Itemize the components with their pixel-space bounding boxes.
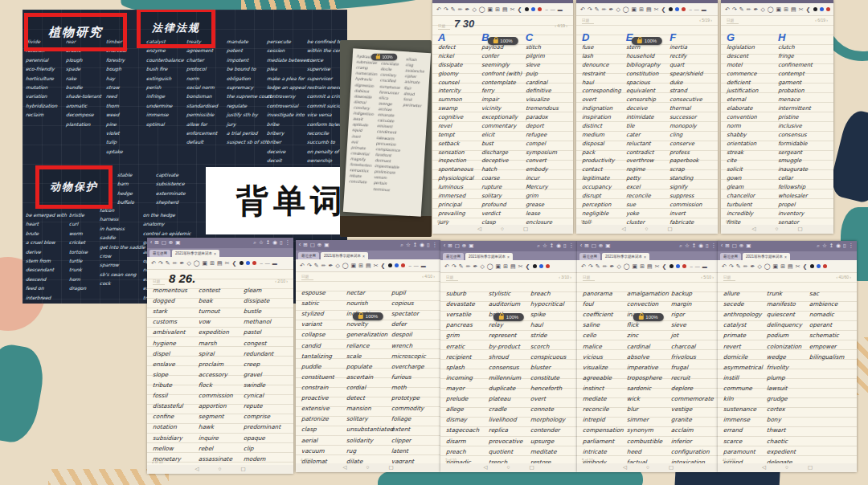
- thumbnails-icon[interactable]: ▣: [175, 240, 180, 246]
- export-icon[interactable]: ↥: [829, 243, 833, 249]
- close-icon[interactable]: ×: [784, 255, 787, 259]
- stroke-medium-icon[interactable]: —: [695, 264, 700, 269]
- laser-icon[interactable]: ❮: [232, 260, 237, 266]
- nav-home-icon[interactable]: ○: [218, 467, 221, 472]
- color-black-dot[interactable]: [813, 7, 817, 11]
- highlighter-icon[interactable]: ✏: [743, 263, 748, 269]
- tab-inactive[interactable]: 最近使用: [579, 253, 600, 260]
- highlighter-icon[interactable]: ✏: [747, 6, 751, 12]
- color-blue-dot[interactable]: [817, 264, 821, 268]
- lasso-icon[interactable]: ◯: [194, 260, 200, 266]
- card-icon[interactable]: ▤: [502, 6, 508, 12]
- card-icon[interactable]: ▤: [646, 6, 652, 12]
- stroke-medium-icon[interactable]: —: [694, 7, 699, 12]
- page-indicator[interactable]: ‹ 5/10 ›: [701, 275, 714, 279]
- search-icon[interactable]: ⌕: [817, 243, 820, 249]
- lasso-icon[interactable]: ◯: [479, 6, 485, 12]
- tab-active[interactable]: 2021届秋季学期单词本×: [602, 253, 649, 260]
- stroke-thick-icon[interactable]: ▬: [702, 7, 706, 12]
- close-icon[interactable]: ×: [362, 254, 365, 259]
- close-icon[interactable]: ×: [507, 255, 510, 259]
- sync-icon[interactable]: ◉: [272, 240, 277, 246]
- nav-back-icon[interactable]: ◁: [751, 226, 755, 232]
- undo-icon[interactable]: ↶: [151, 260, 156, 266]
- sync-icon[interactable]: ◉: [556, 243, 561, 249]
- fountain-pen-icon[interactable]: ✒: [329, 263, 334, 268]
- pages-icon[interactable]: ▢: [162, 240, 166, 246]
- color-black-dot[interactable]: [525, 7, 529, 11]
- fountain-pen-icon[interactable]: ✒: [610, 263, 615, 269]
- tab-active[interactable]: 2021届秋季学期单词本×: [321, 252, 368, 259]
- lasso-icon[interactable]: ◯: [342, 263, 349, 268]
- highlighter-icon[interactable]: ✏: [602, 6, 607, 12]
- tab-inactive[interactable]: 最近使用: [149, 250, 170, 257]
- more-icon[interactable]: ⋮: [432, 243, 438, 248]
- nav-back-icon[interactable]: ◁: [623, 465, 627, 471]
- pen-icon[interactable]: ✎: [595, 6, 600, 12]
- thumbnails-icon[interactable]: ▣: [746, 243, 751, 249]
- nav-recent-icon[interactable]: ▢: [388, 465, 393, 471]
- stroke-thick-icon[interactable]: ▬: [272, 261, 277, 266]
- laser-icon[interactable]: ❮: [381, 263, 386, 268]
- tab-active[interactable]: 2021届秋季学期单词本×: [465, 253, 513, 260]
- nav-back-icon[interactable]: ◁: [621, 226, 625, 232]
- battery-icon[interactable]: ▯: [843, 243, 846, 249]
- color-blue-dot[interactable]: [676, 264, 680, 268]
- lasso-icon[interactable]: ◯: [624, 263, 630, 269]
- image-icon[interactable]: ▣: [496, 263, 502, 269]
- star-icon[interactable]: ☆: [542, 243, 547, 249]
- table-icon[interactable]: ⊞: [780, 263, 785, 269]
- stroke-thick-icon[interactable]: ▬: [421, 263, 426, 268]
- pages-icon[interactable]: ▢: [592, 243, 596, 249]
- redo-icon[interactable]: ↷: [729, 263, 734, 269]
- laser-icon[interactable]: ❮: [662, 263, 667, 269]
- search-icon[interactable]: ⌕: [537, 243, 540, 249]
- undo-icon[interactable]: ↶: [581, 263, 586, 269]
- image-icon[interactable]: ▣: [203, 260, 208, 266]
- scissors-icon[interactable]: ✂: [796, 263, 800, 269]
- page-indicator[interactable]: ‹ 3/10 ›: [559, 275, 571, 279]
- pen-icon[interactable]: ✎: [314, 263, 319, 268]
- redo-icon[interactable]: ↷: [732, 6, 737, 12]
- back-icon[interactable]: ‹: [150, 240, 152, 246]
- nav-back-icon[interactable]: ◁: [762, 465, 766, 471]
- stroke-thin-icon[interactable]: –: [260, 261, 262, 266]
- pages-icon[interactable]: ▢: [455, 243, 460, 249]
- color-red-dot[interactable]: [546, 264, 550, 268]
- nav-home-icon[interactable]: ○: [645, 226, 648, 232]
- color-red-dot[interactable]: [682, 264, 686, 268]
- redo-icon[interactable]: ↷: [588, 263, 593, 269]
- more-icon[interactable]: ⋮: [569, 243, 575, 249]
- color-red-dot[interactable]: [538, 7, 542, 11]
- highlighter-icon[interactable]: ✏: [603, 263, 608, 269]
- color-red-dot[interactable]: [823, 264, 827, 268]
- pen-icon[interactable]: ✎: [459, 263, 464, 269]
- laser-icon[interactable]: ❮: [518, 6, 522, 12]
- page-indicator[interactable]: ‹ 5/19 ›: [699, 18, 712, 22]
- highlighter-icon[interactable]: ✏: [466, 263, 471, 269]
- undo-icon[interactable]: ↶: [725, 6, 730, 12]
- stroke-medium-icon[interactable]: —: [551, 7, 555, 12]
- add-page-icon[interactable]: ⊕: [739, 243, 743, 249]
- scissors-icon[interactable]: ✂: [510, 6, 515, 12]
- table-icon[interactable]: ⊞: [784, 6, 788, 12]
- stroke-thin-icon[interactable]: –: [689, 7, 691, 12]
- star-icon[interactable]: ☆: [259, 240, 264, 246]
- lasso-icon[interactable]: ◯: [768, 6, 774, 12]
- nav-home-icon[interactable]: ○: [366, 465, 369, 471]
- eraser-icon[interactable]: ◇: [757, 263, 761, 269]
- image-icon[interactable]: ▣: [633, 263, 638, 269]
- more-icon[interactable]: ⋮: [711, 243, 717, 249]
- card-icon[interactable]: ▤: [788, 263, 793, 269]
- grid-icon[interactable]: ⊞: [303, 243, 307, 248]
- sync-icon[interactable]: ◉: [420, 243, 424, 248]
- export-icon[interactable]: ↥: [550, 243, 554, 249]
- search-icon[interactable]: ⌕: [679, 243, 682, 249]
- page-indicator[interactable]: ‹ 2/10 ›: [275, 279, 288, 283]
- back-icon[interactable]: ‹: [721, 243, 723, 249]
- star-icon[interactable]: ☆: [822, 243, 827, 249]
- card-icon[interactable]: ▤: [366, 263, 371, 268]
- eraser-icon[interactable]: ◇: [616, 6, 620, 12]
- table-icon[interactable]: ⊞: [210, 260, 215, 266]
- tab-inactive[interactable]: 最近使用: [298, 252, 319, 259]
